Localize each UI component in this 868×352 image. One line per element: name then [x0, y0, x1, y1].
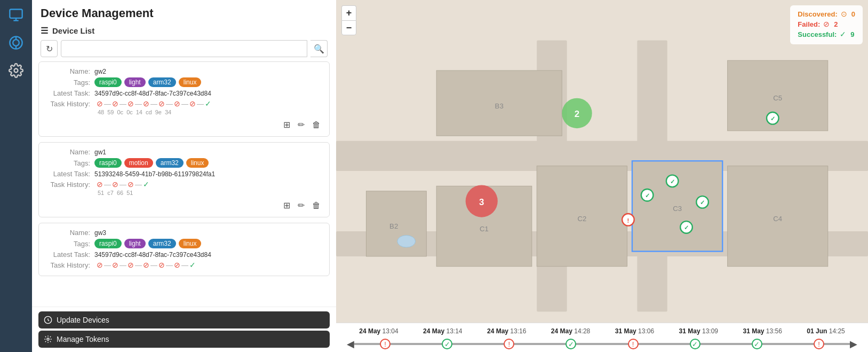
legend-discovered: Discovered: ⊙ 0	[798, 10, 855, 18]
svg-text:C2: C2	[577, 215, 586, 223]
device-latest-task: 51393248-5459-41b7-b98b-611979824fa1	[94, 170, 215, 178]
timeline-date-6: 31 May 13:09	[679, 327, 718, 335]
device-latest-task-row: Latest Task: 34597d9c-cc8f-48d7-8fac-7c3…	[46, 251, 322, 259]
device-list-icon: ☰	[41, 26, 48, 36]
svg-text:✓: ✓	[670, 178, 675, 185]
svg-text:✓: ✓	[684, 224, 689, 231]
tag-linux: linux	[179, 77, 202, 87]
deploy-button[interactable]: ⊞	[282, 119, 291, 131]
device-tags-row: Tags: raspi0 light arm32 linux	[46, 77, 322, 87]
timeline-marker-6[interactable]: ✓	[690, 339, 700, 349]
timeline-marker-5[interactable]: !	[628, 339, 639, 349]
map-area: + − Discovered: ⊙ 0 Failed: ⊘ 2 Successf…	[336, 0, 868, 352]
search-input[interactable]	[61, 40, 307, 57]
sidebar-icon-monitor[interactable]	[6, 5, 26, 25]
device-card-gw3: Name: gw3 Tags: raspi0 light arm32 linux…	[38, 223, 330, 276]
sidebar-icon-settings[interactable]	[6, 61, 26, 80]
device-name: gw3	[94, 229, 106, 237]
timeline-right-arrow[interactable]: ▶	[850, 338, 857, 350]
device-tags-row: Tags: raspi0 motion arm32 linux	[46, 158, 322, 168]
timeline-marker-7[interactable]: ✓	[752, 339, 762, 349]
timeline-marker-1[interactable]: !	[380, 339, 391, 349]
svg-text:C4: C4	[773, 215, 782, 223]
history-icons: ⊘— ⊘— ⊘— ✓	[97, 180, 149, 189]
tag-motion: motion	[124, 158, 153, 168]
timeline-left-arrow[interactable]: ◀	[347, 338, 354, 350]
timeline-date-7: 31 May 13:56	[743, 327, 782, 335]
svg-text:3: 3	[479, 197, 484, 207]
timeline-track: ! ✓ ! ✓ ! ✓ ✓ !	[354, 343, 850, 345]
timeline-marker-3[interactable]: !	[504, 339, 514, 349]
zoom-out-button[interactable]: −	[341, 20, 356, 35]
timeline: 24 May 13:04 24 May 13:14 24 May 13:16 2…	[336, 323, 868, 352]
svg-point-4	[13, 40, 19, 46]
device-name-row: Name: gw2	[46, 67, 322, 75]
svg-text:2: 2	[575, 109, 579, 119]
svg-point-29	[397, 235, 416, 247]
tag-light: light	[124, 77, 146, 87]
device-tags: raspi0 light arm32 linux	[94, 239, 201, 248]
tag-arm32: arm32	[148, 239, 176, 248]
device-tags-row: Tags: raspi0 light arm32 linux	[46, 239, 322, 248]
svg-text:C1: C1	[480, 225, 489, 233]
main-panel: Device Management ☰ Device List ↻ 🔍 Name…	[32, 0, 336, 352]
tag-arm32: arm32	[156, 158, 184, 168]
delete-button[interactable]: 🗑	[311, 199, 322, 212]
edit-button[interactable]: ✏	[297, 199, 306, 212]
device-tags: raspi0 motion arm32 linux	[94, 158, 209, 168]
search-button[interactable]: 🔍	[310, 40, 328, 57]
device-name: gw2	[94, 68, 106, 75]
history-numbers: 51c766 51	[46, 190, 322, 196]
map-controls: + −	[341, 5, 356, 35]
device-history-row: Task History: ⊘— ⊘— ⊘— ✓	[46, 180, 322, 189]
legend-success: Successful: ✓ 9	[798, 30, 855, 38]
timeline-date-1: 24 May 13:04	[359, 327, 398, 335]
timeline-marker-4[interactable]: ✓	[566, 339, 576, 349]
timeline-bar: ◀ ! ✓ ! ✓ ! ✓ ✓ ! ▶	[347, 338, 857, 350]
timeline-date-3: 24 May 13:16	[487, 327, 526, 335]
legend-failed: Failed: ⊘ 2	[798, 20, 855, 28]
svg-text:✓: ✓	[770, 115, 775, 122]
tag-linux: linux	[179, 239, 202, 248]
timeline-dates: 24 May 13:04 24 May 13:14 24 May 13:16 2…	[347, 327, 857, 335]
history-numbers: 48590c 0c14cd 9e34	[46, 109, 322, 115]
device-history-row: Task History: ⊘— ⊘— ⊘— ⊘— ⊘— ⊘— ✓	[46, 261, 322, 269]
deploy-button[interactable]: ⊞	[282, 199, 291, 212]
update-devices-button[interactable]: Update Devices	[38, 311, 330, 328]
card-actions: ⊞ ✏ 🗑	[46, 119, 322, 131]
sidebar	[0, 0, 32, 352]
device-latest-task: 34597d9c-cc8f-48d7-8fac-7c397ce43d84	[94, 90, 211, 97]
history-icons: ⊘— ⊘— ⊘— ⊘— ⊘— ⊘— ✓	[97, 261, 196, 269]
svg-text:B3: B3	[495, 102, 504, 110]
svg-text:✓: ✓	[645, 192, 650, 199]
device-history-row: Task History: ⊘— ⊘— ⊘— ⊘— ⊘— ⊘— ⊘— ✓	[46, 99, 322, 108]
device-card-gw1: Name: gw1 Tags: raspi0 motion arm32 linu…	[38, 142, 330, 217]
device-latest-task-row: Latest Task: 34597d9c-cc8f-48d7-8fac-7c3…	[46, 89, 322, 97]
timeline-marker-2[interactable]: ✓	[442, 339, 452, 349]
history-icons: ⊘— ⊘— ⊘— ⊘— ⊘— ⊘— ⊘— ✓	[97, 99, 211, 108]
device-tags: raspi0 light arm32 linux	[94, 77, 201, 87]
timeline-marker-8[interactable]: !	[814, 339, 824, 349]
device-card-gw2: Name: gw2 Tags: raspi0 light arm32 linux…	[38, 61, 330, 137]
tag-linux: linux	[186, 158, 209, 168]
edit-button[interactable]: ✏	[297, 119, 306, 131]
svg-text:B2: B2	[389, 222, 398, 230]
svg-text:C5: C5	[773, 94, 782, 102]
sidebar-icon-radar[interactable]	[6, 33, 26, 52]
card-actions: ⊞ ✏ 🗑	[46, 199, 322, 212]
tag-raspi0: raspi0	[94, 239, 122, 248]
svg-text:✓: ✓	[700, 199, 705, 206]
zoom-in-button[interactable]: +	[341, 5, 356, 20]
svg-point-9	[47, 338, 49, 340]
tag-raspi0: raspi0	[94, 77, 122, 87]
timeline-date-8: 01 Jun 14:25	[807, 327, 845, 335]
search-bar: ↻ 🔍	[32, 40, 336, 61]
svg-text:!: !	[627, 217, 630, 224]
device-latest-task: 34597d9c-cc8f-48d7-8fac-7c397ce43d84	[94, 251, 211, 259]
tag-raspi0: raspi0	[94, 158, 122, 168]
page-title: Device Management	[32, 0, 336, 24]
delete-button[interactable]: 🗑	[311, 119, 322, 131]
timeline-date-2: 24 May 13:14	[423, 327, 462, 335]
refresh-button[interactable]: ↻	[41, 40, 58, 57]
manage-tokens-button[interactable]: Manage Tokens	[38, 331, 330, 348]
